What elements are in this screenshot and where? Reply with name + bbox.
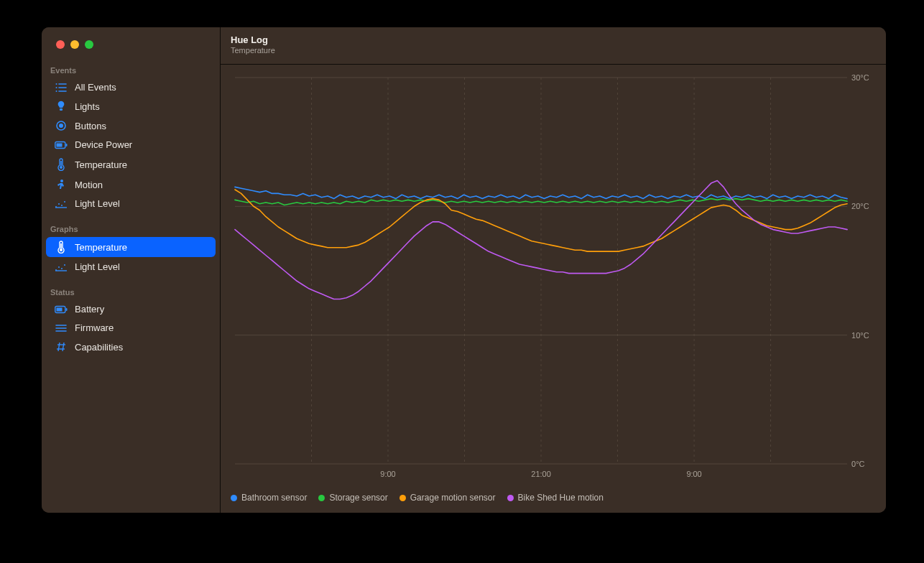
sidebar-item-label: Lights — [75, 101, 100, 112]
main-panel: Hue Log Temperature 0°C10°C20°C30°C9:002… — [221, 27, 886, 513]
lightlevel-icon — [55, 263, 68, 271]
legend-label: Bathroom sensor — [241, 493, 307, 503]
sidebar-item-label: Device Power — [75, 139, 132, 150]
svg-point-24 — [61, 268, 63, 269]
svg-text:21:00: 21:00 — [531, 470, 550, 478]
sidebar-item-temperature[interactable]: Temperature — [46, 154, 216, 175]
svg-text:10°C: 10°C — [851, 331, 869, 340]
svg-rect-6 — [60, 108, 63, 111]
svg-point-8 — [59, 124, 63, 128]
sidebar-item-capabilities[interactable]: Capabilities — [46, 338, 216, 356]
sidebar-item-firmware[interactable]: Firmware — [46, 319, 216, 337]
chart-legend: Bathroom sensorStorage sensorGarage moti… — [231, 493, 604, 503]
page-subtitle: Temperature — [231, 46, 876, 55]
minimize-icon[interactable] — [70, 40, 79, 49]
battery-icon — [55, 305, 68, 314]
svg-text:20°C: 20°C — [851, 202, 869, 210]
chart-area: 0°C10°C20°C30°C9:0021:009:00 Bathroom se… — [221, 65, 886, 513]
sidebar-item-all-events[interactable]: All Events — [46, 78, 216, 96]
svg-point-12 — [60, 166, 63, 169]
svg-point-18 — [64, 201, 65, 203]
svg-rect-28 — [66, 308, 68, 311]
svg-line-35 — [58, 343, 60, 351]
motion-icon — [55, 179, 68, 190]
battery-icon — [55, 141, 68, 149]
sidebar-item-label: Battery — [75, 304, 104, 315]
section-label: Status — [42, 284, 220, 299]
legend-label: Bike Shed Hue motion — [518, 493, 604, 503]
bulb-icon — [55, 101, 68, 112]
title-bar: Hue Log Temperature — [221, 27, 886, 65]
legend-item[interactable]: Storage sensor — [318, 493, 387, 503]
close-icon[interactable] — [56, 40, 65, 49]
sidebar-item-label: Motion — [75, 180, 103, 190]
sidebar: EventsAll EventsLightsButtonsDevice Powe… — [42, 27, 221, 513]
svg-rect-29 — [57, 307, 63, 311]
sidebar-item-temperature[interactable]: Temperature — [46, 237, 216, 257]
sidebar-item-buttons[interactable]: Buttons — [46, 116, 216, 135]
svg-text:0°C: 0°C — [851, 460, 864, 468]
sidebar-item-lights[interactable]: Lights — [46, 97, 216, 116]
legend-swatch-icon — [399, 495, 406, 501]
sidebar-item-label: Firmware — [75, 322, 114, 333]
button-icon — [55, 120, 68, 131]
sidebar-item-label: Light Level — [75, 261, 120, 272]
svg-point-20 — [60, 248, 63, 251]
sidebar-item-label: Capabilities — [75, 342, 123, 353]
firmware-icon — [55, 323, 68, 333]
svg-text:30°C: 30°C — [851, 73, 869, 82]
section-label: Events — [42, 62, 220, 78]
legend-item[interactable]: Garage motion sensor — [399, 493, 496, 503]
svg-point-14 — [60, 180, 63, 182]
svg-rect-11 — [57, 143, 63, 146]
legend-swatch-icon — [507, 495, 514, 501]
temperature-chart: 0°C10°C20°C30°C9:0021:009:00 — [231, 73, 876, 504]
svg-point-23 — [58, 266, 60, 268]
sidebar-item-label: Temperature — [75, 159, 127, 170]
svg-point-25 — [64, 264, 65, 266]
sidebar-item-label: Light Level — [75, 198, 120, 209]
thermometer-icon — [55, 241, 68, 253]
legend-label: Garage motion sensor — [410, 493, 496, 503]
sidebar-item-motion[interactable]: Motion — [46, 175, 216, 194]
svg-point-3 — [56, 83, 57, 85]
sidebar-item-label: Temperature — [75, 242, 127, 253]
svg-point-4 — [56, 87, 57, 88]
app-title: Hue Log — [231, 34, 876, 45]
sidebar-item-device-power[interactable]: Device Power — [46, 136, 216, 154]
sidebar-item-battery[interactable]: Battery — [46, 300, 216, 318]
legend-item[interactable]: Bathroom sensor — [231, 493, 307, 503]
sidebar-item-label: All Events — [75, 82, 116, 93]
svg-point-17 — [61, 205, 63, 206]
svg-text:9:00: 9:00 — [380, 470, 395, 478]
svg-point-16 — [58, 203, 60, 205]
sidebar-item-light-level[interactable]: Light Level — [46, 258, 216, 276]
legend-label: Storage sensor — [329, 493, 387, 503]
legend-swatch-icon — [318, 495, 325, 501]
legend-swatch-icon — [231, 495, 237, 501]
section-label: Graphs — [42, 220, 220, 236]
sidebar-item-light-level[interactable]: Light Level — [46, 195, 216, 213]
svg-point-5 — [56, 90, 57, 92]
thermometer-icon — [55, 158, 68, 171]
lightlevel-icon — [55, 200, 68, 208]
sidebar-item-label: Buttons — [75, 121, 106, 131]
list-icon — [55, 83, 68, 93]
svg-rect-10 — [66, 144, 68, 146]
window-controls — [42, 40, 220, 62]
svg-line-36 — [63, 343, 64, 351]
hash-icon — [55, 341, 68, 353]
svg-text:9:00: 9:00 — [686, 470, 701, 478]
app-window: EventsAll EventsLightsButtonsDevice Powe… — [42, 27, 886, 513]
legend-item[interactable]: Bike Shed Hue motion — [507, 493, 604, 503]
maximize-icon[interactable] — [85, 40, 93, 49]
